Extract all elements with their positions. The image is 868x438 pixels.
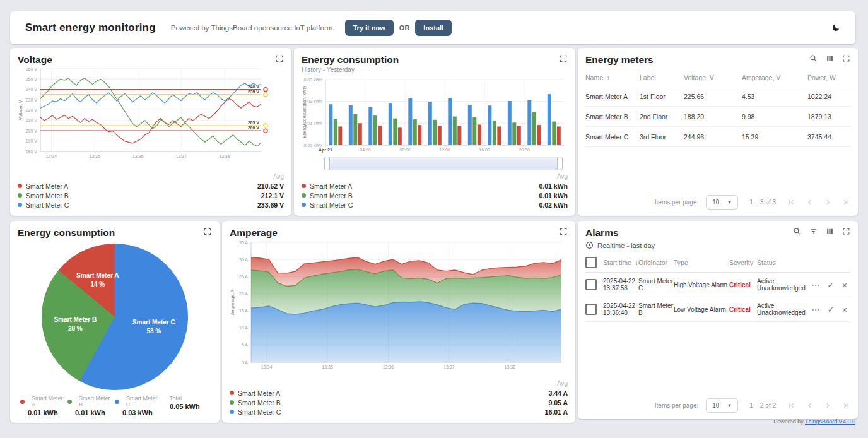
legend-avg-header: Avg bbox=[18, 173, 284, 181]
pie-legend-item[interactable]: Smart Meter B0.01 kWh bbox=[67, 395, 115, 417]
alarm-row[interactable]: 2025-04-22 13:36:40Smart Meter BLow Volt… bbox=[585, 297, 850, 322]
svg-text:04:00: 04:00 bbox=[360, 148, 371, 152]
column-header[interactable]: Name ↑ bbox=[585, 74, 640, 81]
page-size-select[interactable]: 10 ▼ bbox=[706, 195, 738, 210]
table-cell: 3745.44 bbox=[807, 133, 850, 141]
column-header[interactable]: Label bbox=[640, 74, 684, 81]
legend-item[interactable]: Smart Meter B9.05 A bbox=[230, 398, 568, 407]
legend-item[interactable]: Smart Meter B0.01 kWh bbox=[302, 191, 568, 200]
column-header[interactable]: Severity bbox=[729, 259, 757, 266]
search-icon[interactable] bbox=[809, 54, 818, 62]
slider-right-handle[interactable] bbox=[557, 157, 563, 170]
columns-icon[interactable] bbox=[826, 54, 834, 62]
column-header[interactable]: Amperage, V bbox=[742, 74, 807, 81]
legend-item[interactable]: Smart Meter C0.02 kWh bbox=[302, 200, 568, 210]
legend-dot bbox=[115, 400, 119, 404]
legend-value: 0.05 kWh bbox=[170, 403, 209, 410]
acknowledge-check-icon[interactable]: ✓ bbox=[823, 305, 839, 314]
search-icon[interactable] bbox=[793, 227, 801, 235]
alarm-row[interactable]: 2025-04-22 13:37:53Smart Meter CHigh Vol… bbox=[585, 273, 850, 297]
first-page-icon[interactable] bbox=[787, 401, 795, 410]
dashboard-title: Smart energy monitoring bbox=[25, 21, 156, 34]
voltage-legend: AvgSmart Meter A210.52 VSmart Meter B212… bbox=[18, 173, 284, 210]
column-header[interactable]: Status bbox=[757, 259, 809, 266]
svg-text:180 V: 180 V bbox=[26, 150, 38, 154]
column-header[interactable]: Type bbox=[674, 259, 729, 266]
svg-text:12:00: 12:00 bbox=[439, 148, 450, 152]
energy-bars-widget-subtitle: History - Yesterday bbox=[302, 66, 399, 73]
legend-name: Smart Meter A bbox=[238, 389, 280, 397]
clear-close-icon[interactable]: × bbox=[839, 280, 850, 290]
legend-avg-header: Avg bbox=[302, 173, 568, 181]
legend-item[interactable]: Smart Meter B212.1 V bbox=[18, 191, 284, 200]
fullscreen-icon[interactable] bbox=[842, 227, 850, 235]
thingsboard-version-link[interactable]: ThingsBoard v.4.0.0 bbox=[805, 418, 855, 425]
table-row[interactable]: Smart Meter A1st Floor225.664.531022.24 bbox=[585, 86, 850, 107]
next-page-icon[interactable] bbox=[824, 198, 832, 206]
legend-dot bbox=[18, 184, 22, 188]
sort-asc-icon: ↑ bbox=[605, 74, 610, 81]
legend-item[interactable]: Smart Meter A3.44 A bbox=[230, 388, 568, 398]
first-page-icon[interactable] bbox=[787, 198, 795, 206]
fullscreen-icon[interactable] bbox=[559, 227, 568, 236]
dark-mode-toggle[interactable] bbox=[831, 23, 840, 32]
more-icon[interactable]: ⋯ bbox=[809, 280, 823, 290]
energy-pie-chart[interactable]: Smart Meter C58 %Smart Meter B28 %Smart … bbox=[42, 244, 188, 390]
legend-value: 0.01 kWh bbox=[28, 409, 67, 417]
svg-text:10 A: 10 A bbox=[239, 326, 248, 330]
alarm-status: Active Unacknowledged bbox=[757, 278, 809, 292]
time-window-slider[interactable] bbox=[326, 157, 561, 170]
pie-slice-label: Smart Meter B28 % bbox=[54, 316, 97, 333]
try-it-now-button[interactable]: Try it now bbox=[345, 20, 394, 36]
pie-legend-item[interactable]: Smart Meter A0.01 kWh bbox=[20, 395, 67, 417]
column-header[interactable]: Start time ↓ bbox=[603, 259, 638, 266]
pie-legend-item[interactable]: Total0.05 kWh bbox=[162, 395, 209, 417]
legend-item[interactable]: Smart Meter C16.01 A bbox=[230, 407, 568, 417]
table-row[interactable]: Smart Meter C3rd Floor244.9615.293745.44 bbox=[585, 127, 850, 147]
legend-name: Smart Meter C bbox=[238, 408, 281, 416]
column-header[interactable]: Originator bbox=[638, 259, 674, 266]
columns-icon[interactable] bbox=[826, 227, 834, 235]
column-header[interactable]: Power, W bbox=[807, 74, 850, 81]
chevron-down-icon: ▼ bbox=[727, 403, 732, 408]
svg-text:250 V: 250 V bbox=[26, 77, 38, 81]
row-checkbox[interactable] bbox=[585, 279, 597, 290]
energy-meters-pagination: Items per page: 10 ▼ 1 – 3 of 3 bbox=[585, 191, 850, 210]
svg-text:230 V: 230 V bbox=[26, 98, 38, 102]
column-header[interactable]: Voltage, V bbox=[684, 74, 742, 81]
legend-name: Smart Meter C bbox=[26, 201, 69, 209]
fullscreen-icon[interactable] bbox=[559, 54, 568, 63]
energy-consumption-bars-widget: Energy consumption History - Yesterday 0… bbox=[294, 48, 575, 216]
last-page-icon[interactable] bbox=[842, 401, 850, 410]
legend-value: 210.52 V bbox=[257, 182, 284, 190]
svg-text:220 V: 220 V bbox=[26, 108, 38, 112]
page-size-select[interactable]: 10 ▼ bbox=[706, 398, 738, 413]
pie-legend-item[interactable]: Smart Meter C0.03 kWh bbox=[115, 395, 162, 417]
fullscreen-icon[interactable] bbox=[842, 54, 850, 62]
select-all-checkbox[interactable] bbox=[585, 257, 597, 268]
install-button[interactable]: Install bbox=[415, 20, 452, 36]
amperage-title: Amperage bbox=[230, 227, 278, 239]
table-cell: Smart Meter C bbox=[585, 133, 640, 141]
clear-close-icon[interactable]: × bbox=[839, 304, 850, 315]
row-checkbox[interactable] bbox=[585, 304, 597, 315]
acknowledge-check-icon[interactable]: ✓ bbox=[823, 280, 839, 290]
amperage-widget: Amperage 35 A30 A25 A20 A15 A10 A5 A0 AA… bbox=[222, 221, 575, 423]
table-cell: 4.53 bbox=[742, 93, 807, 100]
last-page-icon[interactable] bbox=[842, 198, 850, 206]
legend-item[interactable]: Smart Meter A0.01 kWh bbox=[302, 181, 568, 191]
more-icon[interactable]: ⋯ bbox=[809, 305, 823, 314]
energy-bars-legend: AvgSmart Meter A0.01 kWhSmart Meter B0.0… bbox=[302, 173, 568, 210]
legend-item[interactable]: Smart Meter C233.69 V bbox=[18, 200, 284, 210]
legend-item[interactable]: Smart Meter A210.52 V bbox=[18, 181, 284, 191]
next-page-icon[interactable] bbox=[824, 401, 832, 410]
previous-page-icon[interactable] bbox=[806, 198, 814, 206]
slider-left-handle[interactable] bbox=[324, 157, 330, 170]
table-row[interactable]: Smart Meter B2nd Floor188.299.981879.13 bbox=[585, 107, 850, 127]
fullscreen-icon[interactable] bbox=[275, 54, 284, 63]
previous-page-icon[interactable] bbox=[806, 401, 814, 410]
alarms-time-window-label[interactable]: Realtime - last day bbox=[597, 242, 655, 249]
fullscreen-icon[interactable] bbox=[203, 227, 212, 236]
filter-icon[interactable] bbox=[809, 227, 818, 235]
svg-text:0.03 kWh: 0.03 kWh bbox=[303, 78, 322, 82]
